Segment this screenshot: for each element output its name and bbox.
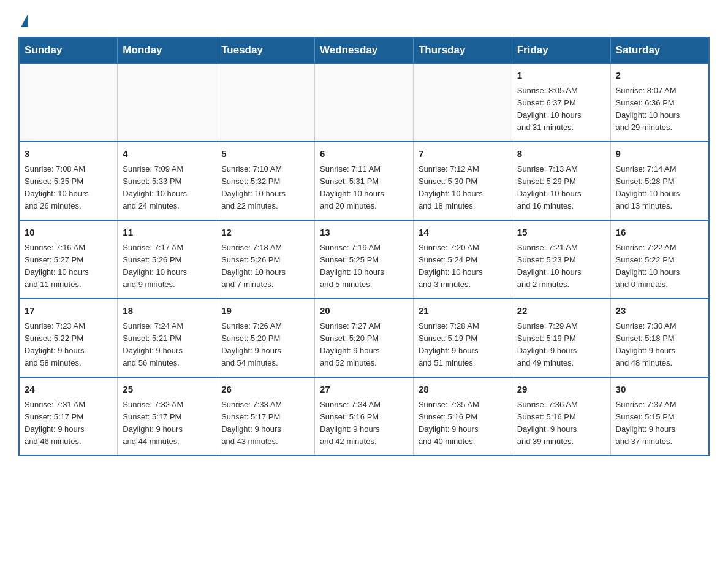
weekday-header-monday: Monday: [118, 37, 216, 63]
day-number: 4: [123, 147, 211, 161]
day-info: Sunrise: 7:37 AM Sunset: 5:15 PM Dayligh…: [616, 399, 703, 448]
day-info: Sunrise: 7:09 AM Sunset: 5:33 PM Dayligh…: [123, 163, 211, 213]
day-info: Sunrise: 8:05 AM Sunset: 6:37 PM Dayligh…: [517, 85, 605, 134]
calendar-cell: 1Sunrise: 8:05 AM Sunset: 6:37 PM Daylig…: [512, 63, 610, 142]
day-number: 11: [123, 226, 211, 240]
day-number: 6: [320, 147, 408, 161]
calendar-cell: 5Sunrise: 7:10 AM Sunset: 5:32 PM Daylig…: [216, 142, 315, 220]
day-number: 8: [517, 147, 605, 161]
day-info: Sunrise: 7:16 AM Sunset: 5:27 PM Dayligh…: [25, 242, 112, 291]
week-row-1: 1Sunrise: 8:05 AM Sunset: 6:37 PM Daylig…: [19, 63, 709, 142]
calendar-cell: 27Sunrise: 7:34 AM Sunset: 5:16 PM Dayli…: [315, 377, 414, 456]
day-info: Sunrise: 7:26 AM Sunset: 5:20 PM Dayligh…: [221, 320, 309, 370]
week-row-5: 24Sunrise: 7:31 AM Sunset: 5:17 PM Dayli…: [19, 377, 709, 456]
calendar-cell: 13Sunrise: 7:19 AM Sunset: 5:25 PM Dayli…: [315, 220, 414, 299]
day-number: 23: [616, 304, 703, 318]
weekday-header-saturday: Saturday: [610, 37, 709, 63]
calendar-cell: 30Sunrise: 7:37 AM Sunset: 5:15 PM Dayli…: [610, 377, 709, 456]
calendar-table: SundayMondayTuesdayWednesdayThursdayFrid…: [18, 37, 710, 456]
weekday-header-sunday: Sunday: [19, 37, 118, 63]
day-number: 12: [221, 226, 309, 240]
calendar-cell: 22Sunrise: 7:29 AM Sunset: 5:19 PM Dayli…: [512, 299, 610, 377]
calendar-cell: 11Sunrise: 7:17 AM Sunset: 5:26 PM Dayli…: [118, 220, 216, 299]
day-info: Sunrise: 7:29 AM Sunset: 5:19 PM Dayligh…: [517, 320, 605, 370]
day-number: 2: [616, 69, 703, 83]
day-number: 5: [221, 147, 309, 161]
calendar-cell: 23Sunrise: 7:30 AM Sunset: 5:18 PM Dayli…: [610, 299, 709, 377]
week-row-2: 3Sunrise: 7:08 AM Sunset: 5:35 PM Daylig…: [19, 142, 709, 220]
calendar-cell: 8Sunrise: 7:13 AM Sunset: 5:29 PM Daylig…: [512, 142, 610, 220]
day-info: Sunrise: 7:22 AM Sunset: 5:22 PM Dayligh…: [616, 242, 703, 291]
day-number: 16: [616, 226, 703, 240]
week-row-4: 17Sunrise: 7:23 AM Sunset: 5:22 PM Dayli…: [19, 299, 709, 377]
calendar-cell: 12Sunrise: 7:18 AM Sunset: 5:26 PM Dayli…: [216, 220, 315, 299]
day-number: 10: [25, 226, 112, 240]
day-number: 22: [517, 304, 605, 318]
calendar-cell: 14Sunrise: 7:20 AM Sunset: 5:24 PM Dayli…: [413, 220, 512, 299]
calendar-cell: 17Sunrise: 7:23 AM Sunset: 5:22 PM Dayli…: [19, 299, 118, 377]
day-number: 3: [25, 147, 112, 161]
day-info: Sunrise: 7:23 AM Sunset: 5:22 PM Dayligh…: [25, 320, 112, 370]
day-info: Sunrise: 7:21 AM Sunset: 5:23 PM Dayligh…: [517, 242, 605, 291]
calendar-cell: 20Sunrise: 7:27 AM Sunset: 5:20 PM Dayli…: [315, 299, 414, 377]
calendar-cell: 10Sunrise: 7:16 AM Sunset: 5:27 PM Dayli…: [19, 220, 118, 299]
week-row-3: 10Sunrise: 7:16 AM Sunset: 5:27 PM Dayli…: [19, 220, 709, 299]
day-number: 13: [320, 226, 408, 240]
calendar-cell: 28Sunrise: 7:35 AM Sunset: 5:16 PM Dayli…: [413, 377, 512, 456]
calendar-cell: 4Sunrise: 7:09 AM Sunset: 5:33 PM Daylig…: [118, 142, 216, 220]
weekday-header-wednesday: Wednesday: [315, 37, 414, 63]
day-info: Sunrise: 7:08 AM Sunset: 5:35 PM Dayligh…: [25, 163, 112, 213]
day-number: 14: [419, 226, 507, 240]
calendar-cell: 6Sunrise: 7:11 AM Sunset: 5:31 PM Daylig…: [315, 142, 414, 220]
page-header: [18, 12, 710, 27]
day-number: 1: [517, 69, 605, 83]
day-info: Sunrise: 7:12 AM Sunset: 5:30 PM Dayligh…: [419, 163, 507, 213]
day-info: Sunrise: 7:35 AM Sunset: 5:16 PM Dayligh…: [419, 399, 507, 448]
day-number: 28: [419, 383, 507, 397]
day-info: Sunrise: 7:11 AM Sunset: 5:31 PM Dayligh…: [320, 163, 408, 213]
calendar-cell: [19, 63, 118, 142]
day-number: 19: [221, 304, 309, 318]
day-number: 29: [517, 383, 605, 397]
calendar-cell: 7Sunrise: 7:12 AM Sunset: 5:30 PM Daylig…: [413, 142, 512, 220]
day-number: 27: [320, 383, 408, 397]
day-number: 30: [616, 383, 703, 397]
day-info: Sunrise: 7:34 AM Sunset: 5:16 PM Dayligh…: [320, 399, 408, 448]
calendar-cell: 21Sunrise: 7:28 AM Sunset: 5:19 PM Dayli…: [413, 299, 512, 377]
calendar-cell: 15Sunrise: 7:21 AM Sunset: 5:23 PM Dayli…: [512, 220, 610, 299]
day-number: 15: [517, 226, 605, 240]
calendar-cell: 16Sunrise: 7:22 AM Sunset: 5:22 PM Dayli…: [610, 220, 709, 299]
day-number: 24: [25, 383, 112, 397]
weekday-header-friday: Friday: [512, 37, 610, 63]
day-info: Sunrise: 7:32 AM Sunset: 5:17 PM Dayligh…: [123, 399, 211, 448]
day-info: Sunrise: 7:20 AM Sunset: 5:24 PM Dayligh…: [419, 242, 507, 291]
day-info: Sunrise: 8:07 AM Sunset: 6:36 PM Dayligh…: [616, 85, 703, 134]
day-info: Sunrise: 7:27 AM Sunset: 5:20 PM Dayligh…: [320, 320, 408, 370]
calendar-cell: 25Sunrise: 7:32 AM Sunset: 5:17 PM Dayli…: [118, 377, 216, 456]
day-info: Sunrise: 7:31 AM Sunset: 5:17 PM Dayligh…: [25, 399, 112, 448]
calendar-cell: [118, 63, 216, 142]
day-number: 21: [419, 304, 507, 318]
calendar-cell: 26Sunrise: 7:33 AM Sunset: 5:17 PM Dayli…: [216, 377, 315, 456]
day-info: Sunrise: 7:30 AM Sunset: 5:18 PM Dayligh…: [616, 320, 703, 370]
day-info: Sunrise: 7:36 AM Sunset: 5:16 PM Dayligh…: [517, 399, 605, 448]
day-info: Sunrise: 7:14 AM Sunset: 5:28 PM Dayligh…: [616, 163, 703, 213]
day-info: Sunrise: 7:28 AM Sunset: 5:19 PM Dayligh…: [419, 320, 507, 370]
day-info: Sunrise: 7:19 AM Sunset: 5:25 PM Dayligh…: [320, 242, 408, 291]
day-info: Sunrise: 7:17 AM Sunset: 5:26 PM Dayligh…: [123, 242, 211, 291]
day-number: 18: [123, 304, 211, 318]
day-number: 26: [221, 383, 309, 397]
calendar-cell: [216, 63, 315, 142]
calendar-cell: 9Sunrise: 7:14 AM Sunset: 5:28 PM Daylig…: [610, 142, 709, 220]
day-info: Sunrise: 7:24 AM Sunset: 5:21 PM Dayligh…: [123, 320, 211, 370]
day-info: Sunrise: 7:13 AM Sunset: 5:29 PM Dayligh…: [517, 163, 605, 213]
logo-triangle-icon: [21, 13, 28, 27]
calendar-cell: 29Sunrise: 7:36 AM Sunset: 5:16 PM Dayli…: [512, 377, 610, 456]
calendar-cell: 19Sunrise: 7:26 AM Sunset: 5:20 PM Dayli…: [216, 299, 315, 377]
weekday-header-row: SundayMondayTuesdayWednesdayThursdayFrid…: [19, 37, 709, 63]
day-info: Sunrise: 7:33 AM Sunset: 5:17 PM Dayligh…: [221, 399, 309, 448]
day-info: Sunrise: 7:10 AM Sunset: 5:32 PM Dayligh…: [221, 163, 309, 213]
calendar-cell: 24Sunrise: 7:31 AM Sunset: 5:17 PM Dayli…: [19, 377, 118, 456]
day-info: Sunrise: 7:18 AM Sunset: 5:26 PM Dayligh…: [221, 242, 309, 291]
logo: [18, 12, 28, 27]
